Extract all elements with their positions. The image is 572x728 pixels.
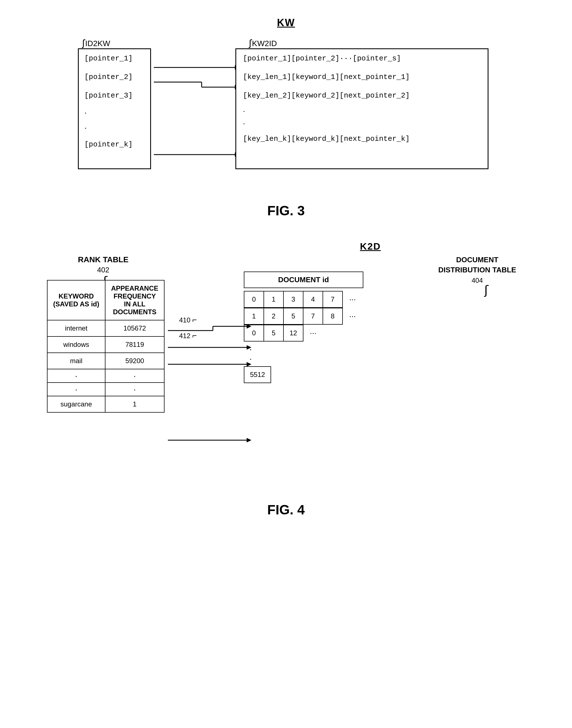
svg-marker-17	[246, 438, 252, 442]
k2d-row-1: 0 1 3 4 7 ···	[244, 291, 362, 308]
rank-table: KEYWORD(SAVED AS id) APPEARANCEFREQUENCY…	[47, 280, 164, 413]
doc-dist-label: DOCUMENT DISTRIBUTION TABLE 404	[435, 255, 519, 285]
k2d-sugarcane-cell: 5512	[244, 367, 271, 383]
fig4-section: K2D RANK TABLE	[17, 241, 555, 517]
freq-sugarcane: 1	[105, 396, 164, 412]
k2d-r1c3: 3	[283, 291, 303, 308]
fig4-area: RANK TABLE 402 ʃ DOCUMENT DISTRIBUTION T…	[47, 255, 525, 491]
keyword-sugarcane: sugarcane	[47, 396, 105, 412]
k2d-r2c3: 5	[283, 308, 303, 324]
kw2id-row-k: [key_len_k][keyword_k][next_pointer_k]	[236, 130, 488, 148]
k2d-row2-table: 1 2 5 7 8 ···	[244, 308, 362, 325]
rank-table-ref: 402	[97, 266, 109, 274]
fig4-caption: FIG. 4	[17, 502, 555, 517]
dots-keyword-2: ·	[47, 383, 105, 396]
id2kw-box: [pointer_1] [pointer_2] [pointer_3] · · …	[78, 48, 151, 169]
freq-windows: 78119	[105, 336, 164, 353]
id2kw-row-3: [pointer_3]	[79, 86, 150, 105]
k2d-r2c4: 7	[303, 308, 323, 324]
k2d-row3-table: 0 5 12 ···	[244, 325, 323, 341]
id2kw-dots-1: ·	[79, 105, 150, 120]
k2d-row-2: 1 2 5 7 8 ···	[244, 308, 362, 324]
fig3-section: KW ʃID2KW ʃKW2ID	[17, 17, 555, 218]
k2d-r1-dots: ···	[343, 291, 362, 308]
k2d-r3c2: 5	[264, 325, 283, 341]
dots-freq-1: ·	[105, 369, 164, 383]
doc-dist-ref: 404	[472, 276, 483, 284]
k2d-title: K2D	[186, 241, 555, 252]
fig3-diagram: ʃID2KW ʃKW2ID [pointer_1] [pointer_2] [p…	[61, 37, 511, 194]
k2d-r3c3: 12	[283, 325, 303, 341]
rank-table-label-text: RANK TABLE	[78, 255, 129, 264]
ref-412: 412 ⌐	[179, 331, 197, 340]
kw2id-label: ʃKW2ID	[249, 38, 277, 48]
doc-dist-label-text: DOCUMENT DISTRIBUTION TABLE	[438, 255, 516, 274]
id2kw-dots-2: ·	[79, 120, 150, 135]
k2d-vertical-dots: ··	[244, 341, 363, 366]
keyword-windows: windows	[47, 336, 105, 353]
doc-id-header: DOCUMENT id	[244, 271, 363, 288]
k2d-r1c1: 0	[244, 291, 264, 308]
ref-412-text: 412	[179, 332, 190, 339]
k2d-row-3: 0 5 12 ···	[244, 325, 323, 341]
rank-row-dots2: · ·	[47, 383, 164, 396]
doc-dist-brace: ʃ	[484, 283, 489, 297]
kw-title: KW	[17, 17, 555, 29]
k2d-r2-dots: ···	[343, 308, 362, 324]
keyword-mail: mail	[47, 353, 105, 369]
kw2id-row-3: [key_len_2][keyword_2][next_pointer_2]	[236, 86, 488, 105]
kw2id-dots-1: ·	[236, 105, 488, 117]
kw2id-row-2: [key_len_1][keyword_1][next_pointer_1]	[236, 68, 488, 86]
kw2id-dots-2: ·	[236, 117, 488, 130]
kw2id-label-text: KW2ID	[252, 39, 277, 48]
freq-internet: 105672	[105, 320, 164, 336]
k2d-r2c5: 8	[323, 308, 343, 324]
k2d-sugarcane-table: 5512	[244, 366, 271, 383]
id2kw-label: ʃID2KW	[82, 38, 110, 48]
doc-id-header-box: DOCUMENT id	[244, 271, 363, 288]
kw2id-box: [pointer_1][pointer_2]···[pointer_s] [ke…	[235, 48, 489, 169]
k2d-r2c1: 1	[244, 308, 264, 324]
kw2id-row-1: [pointer_1][pointer_2]···[pointer_s]	[236, 49, 488, 68]
keyword-internet: internet	[47, 320, 105, 336]
page: KW ʃID2KW ʃKW2ID	[0, 0, 572, 728]
id2kw-row-2: [pointer_2]	[79, 68, 150, 86]
k2d-structure: DOCUMENT id 0 1 3 4 7 ··· 1	[244, 271, 363, 383]
freq-mail: 59200	[105, 353, 164, 369]
k2d-r2c2: 2	[264, 308, 283, 324]
k2d-row1-table: 0 1 3 4 7 ···	[244, 291, 362, 308]
rank-row-mail: mail 59200	[47, 353, 164, 369]
rank-row-sugarcane: sugarcane 1	[47, 396, 164, 412]
rank-row-windows: windows 78119	[47, 336, 164, 353]
dots-keyword-1: ·	[47, 369, 105, 383]
k2d-r1c5: 7	[323, 291, 343, 308]
rank-row-dots1: · ·	[47, 369, 164, 383]
k2d-r1c4: 4	[303, 291, 323, 308]
id2kw-row-1: [pointer_1]	[79, 49, 150, 68]
rank-table-label: RANK TABLE 402	[78, 255, 129, 275]
k2d-sugarcane-row: 5512	[244, 367, 271, 383]
col-keyword-header: KEYWORD(SAVED AS id)	[47, 280, 105, 320]
col-freq-header: APPEARANCEFREQUENCYIN ALLDOCUMENTS	[105, 280, 164, 320]
id2kw-row-k: [pointer_k]	[79, 135, 150, 154]
rank-row-internet: internet 105672	[47, 320, 164, 336]
k2d-r3-dots: ···	[303, 325, 323, 341]
k2d-r1c2: 1	[264, 291, 283, 308]
id2kw-label-text: ID2KW	[85, 39, 110, 48]
fig3-caption: FIG. 3	[17, 203, 555, 218]
ref-410-text: 410	[179, 316, 190, 324]
dots-freq-2: ·	[105, 383, 164, 396]
k2d-r3c1: 0	[244, 325, 264, 341]
ref-410: 410 ⌐	[179, 315, 197, 324]
